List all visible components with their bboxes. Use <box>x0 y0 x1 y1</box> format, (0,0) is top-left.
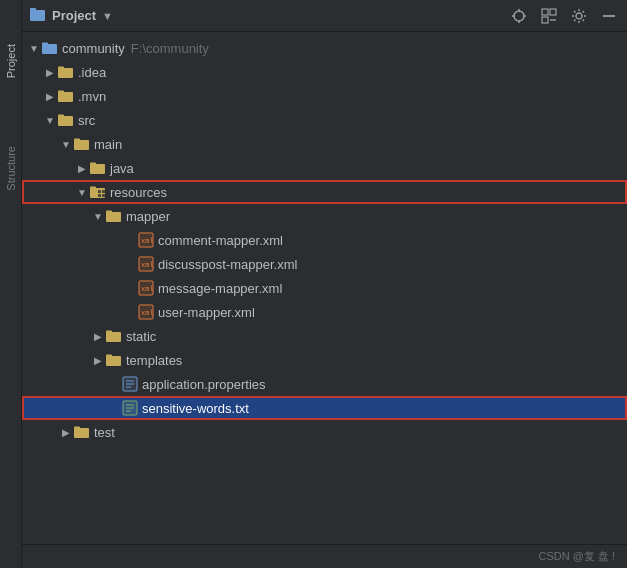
svg-rect-48 <box>106 355 112 358</box>
bottom-bar: CSDN @复 盘 ! <box>22 544 627 568</box>
svg-rect-9 <box>542 17 548 23</box>
mvn-arrow <box>42 88 58 104</box>
svg-rect-17 <box>58 92 73 102</box>
svg-rect-0 <box>30 10 45 21</box>
test-folder-icon <box>74 424 90 440</box>
static-folder-icon <box>106 328 122 344</box>
tree-node-templates[interactable]: templates <box>22 348 627 372</box>
sensitive-words-label: sensitive-words.txt <box>142 401 249 416</box>
svg-text:xml: xml <box>141 261 154 269</box>
svg-rect-13 <box>42 44 57 54</box>
svg-rect-27 <box>98 190 101 193</box>
src-label: src <box>78 113 95 128</box>
svg-rect-46 <box>106 331 112 334</box>
project-tab[interactable]: Project <box>3 40 19 82</box>
svg-rect-28 <box>102 190 105 193</box>
tree-node-idea[interactable]: .idea <box>22 60 627 84</box>
mapper-label: mapper <box>126 209 170 224</box>
src-folder-icon <box>58 112 74 128</box>
sensitive-words-icon <box>122 400 138 416</box>
tree-node-java[interactable]: java <box>22 156 627 180</box>
idea-folder-icon <box>58 64 74 80</box>
project-folder-icon <box>30 7 46 24</box>
svg-point-11 <box>576 13 582 19</box>
side-tabs: Project Structure <box>0 0 22 568</box>
svg-rect-29 <box>98 194 101 197</box>
mvn-label: .mvn <box>78 89 106 104</box>
locate-icon[interactable] <box>509 6 529 26</box>
svg-text:xml: xml <box>141 237 154 245</box>
mvn-folder-icon <box>58 88 74 104</box>
svg-rect-20 <box>58 115 64 118</box>
svg-rect-23 <box>90 164 105 174</box>
tree-node-static[interactable]: static <box>22 324 627 348</box>
svg-rect-31 <box>106 212 121 222</box>
tree-node-user-mapper[interactable]: xml user-mapper.xml <box>22 300 627 324</box>
tree-node-comment-mapper[interactable]: xml comment-mapper.xml <box>22 228 627 252</box>
toolbar-title-text: Project <box>52 8 96 23</box>
toolbar-left: Project ▼ <box>30 7 113 24</box>
tree-node-main[interactable]: main <box>22 132 627 156</box>
test-arrow <box>58 424 74 440</box>
svg-rect-47 <box>106 356 121 366</box>
main-folder-icon <box>74 136 90 152</box>
test-label: test <box>94 425 115 440</box>
message-mapper-label: message-mapper.xml <box>158 281 282 296</box>
toolbar-dropdown-arrow[interactable]: ▼ <box>102 10 113 22</box>
main-panel: Project ▼ <box>22 0 627 568</box>
close-icon[interactable] <box>599 6 619 26</box>
collapse-all-icon[interactable] <box>539 6 559 26</box>
static-label: static <box>126 329 156 344</box>
tree-node-sensitive-words[interactable]: sensitive-words.txt <box>22 396 627 420</box>
tree-node-resources[interactable]: resources <box>22 180 627 204</box>
community-path: F:\community <box>131 41 209 56</box>
templates-label: templates <box>126 353 182 368</box>
tree-node-test[interactable]: test <box>22 420 627 444</box>
comment-mapper-icon: xml <box>138 232 154 248</box>
svg-rect-19 <box>58 116 73 126</box>
tree-node-community[interactable]: community F:\community <box>22 36 627 60</box>
tree-node-src[interactable]: src <box>22 108 627 132</box>
tree-node-mvn[interactable]: .mvn <box>22 84 627 108</box>
svg-rect-1 <box>30 8 36 11</box>
mapper-folder-icon <box>106 208 122 224</box>
bottom-bar-text: CSDN @复 盘 ! <box>538 549 615 564</box>
svg-rect-26 <box>90 187 96 190</box>
toolbar-actions <box>509 6 619 26</box>
toolbar: Project ▼ <box>22 0 627 32</box>
community-folder-icon <box>42 40 58 56</box>
svg-rect-21 <box>74 140 89 150</box>
resources-arrow <box>74 184 90 200</box>
tree-node-discusspost-mapper[interactable]: xml discusspost-mapper.xml <box>22 252 627 276</box>
svg-point-2 <box>514 11 524 21</box>
toolbar-title: Project ▼ <box>52 8 113 23</box>
svg-rect-18 <box>58 91 64 94</box>
project-tree: community F:\community .idea <box>22 32 627 544</box>
svg-rect-60 <box>74 427 80 430</box>
main-arrow <box>58 136 74 152</box>
community-label: community <box>62 41 125 56</box>
discusspost-mapper-icon: xml <box>138 256 154 272</box>
user-mapper-label: user-mapper.xml <box>158 305 255 320</box>
svg-rect-15 <box>58 68 73 78</box>
svg-rect-8 <box>550 9 556 15</box>
main-label: main <box>94 137 122 152</box>
svg-rect-7 <box>542 9 548 15</box>
structure-tab[interactable]: Structure <box>3 142 19 195</box>
mapper-arrow <box>90 208 106 224</box>
tree-node-message-mapper[interactable]: xml message-mapper.xml <box>22 276 627 300</box>
user-mapper-icon: xml <box>138 304 154 320</box>
tree-node-mapper[interactable]: mapper <box>22 204 627 228</box>
tree-node-app-props[interactable]: application.properties <box>22 372 627 396</box>
settings-icon[interactable] <box>569 6 589 26</box>
svg-text:xml: xml <box>141 285 154 293</box>
svg-text:xml: xml <box>141 309 154 317</box>
java-folder-icon <box>90 160 106 176</box>
src-arrow <box>42 112 58 128</box>
java-label: java <box>110 161 134 176</box>
idea-arrow <box>42 64 58 80</box>
svg-rect-14 <box>42 43 48 46</box>
app-props-icon <box>122 376 138 392</box>
comment-mapper-label: comment-mapper.xml <box>158 233 283 248</box>
idea-label: .idea <box>78 65 106 80</box>
